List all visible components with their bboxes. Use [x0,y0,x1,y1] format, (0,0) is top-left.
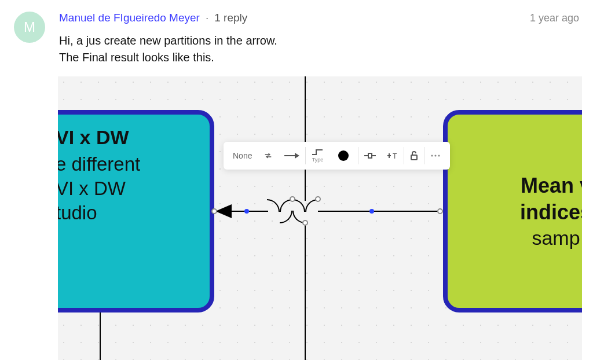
connector-handle[interactable] [315,196,321,202]
add-text-icon: T [387,152,398,160]
toolbar-label: None [233,151,252,160]
connector-handle[interactable] [211,208,217,214]
partition-icon [364,152,376,160]
post-text-line: Hi, a jus create new partitions in the a… [59,32,579,49]
swap-ends-button[interactable] [258,142,279,170]
author-link[interactable]: Manuel de FIgueiredo Meyer [59,12,200,24]
svg-point-9 [435,155,437,156]
forum-post: M Manuel de FIgueiredo Meyer · 1 reply 1… [0,0,593,76]
post-header: Manuel de FIgueiredo Meyer · 1 reply 1 y… [59,12,579,24]
node-text: VI x DW [58,126,210,149]
node-text: Mean v [448,174,582,198]
svg-rect-1 [368,153,372,158]
connector-handle[interactable] [290,196,295,202]
connector-vertical [100,312,101,360]
connector-handle[interactable] [244,209,249,214]
elbow-icon [312,149,323,156]
post-text-line: The Final result looks like this. [59,49,579,66]
svg-point-10 [438,155,440,156]
reply-count[interactable]: 1 reply [214,12,247,24]
connector-vertical [305,221,306,360]
circle-fill-icon [338,150,349,161]
separator-dot: · [206,12,208,24]
line-color-button[interactable] [329,142,358,170]
connector-curve [280,211,292,223]
connector-vertical [305,76,306,201]
post-body: Manuel de FIgueiredo Meyer · 1 reply 1 y… [59,12,579,76]
connector-handle[interactable] [302,220,308,226]
connector-handle[interactable] [369,209,374,214]
node-text: tudio [58,202,210,224]
connector-curve [267,199,280,212]
more-icon [430,154,441,157]
timestamp: 1 year ago [530,12,579,24]
connector-horizontal[interactable] [230,211,268,212]
arrow-icon [284,152,299,159]
add-text-button[interactable]: T [382,142,404,170]
node-text: samp [448,227,582,249]
line-type-button[interactable]: Type [306,142,329,170]
lock-button[interactable] [404,142,424,170]
svg-rect-7 [411,155,417,160]
avatar[interactable]: M [14,12,45,43]
diagram-canvas[interactable]: VI x DW e different VI x DW tudio Mean v… [58,76,582,360]
node-text: VI x DW [58,178,210,200]
node-text: indices [448,200,582,225]
connector-horizontal[interactable] [318,211,441,212]
toolbar-sublabel: Type [312,157,324,163]
more-button[interactable] [424,142,446,170]
partition-button[interactable] [358,142,382,170]
node-right[interactable]: Mean v indices samp [443,110,582,312]
arrowhead-icon [215,204,232,218]
svg-point-8 [431,155,433,156]
post-text: Hi, a jus create new partitions in the a… [59,32,579,66]
svg-text:T: T [393,152,397,160]
node-text: e different [58,153,210,175]
line-start-none[interactable]: None [227,142,258,170]
lock-icon [410,151,418,160]
swap-icon [263,151,273,160]
node-left[interactable]: VI x DW e different VI x DW tudio [58,110,214,312]
line-toolbar: None Type T [224,142,450,170]
line-end-arrow[interactable] [279,142,305,170]
connector-handle[interactable] [437,208,443,214]
